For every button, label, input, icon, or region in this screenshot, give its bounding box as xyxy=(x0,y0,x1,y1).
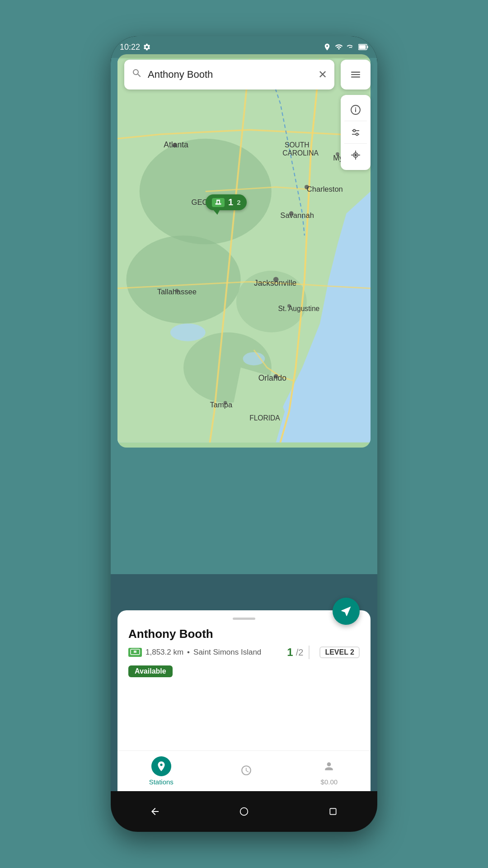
time-display: 10:22 xyxy=(120,42,140,52)
bottom-navigation: Stations $0.00 xyxy=(117,750,371,791)
svg-point-10 xyxy=(170,324,206,341)
map-svg: Charlotte Atlanta SOUTH CAROLINA Myrtle … xyxy=(117,54,371,448)
locate-button[interactable] xyxy=(344,144,367,166)
navigate-fab[interactable] xyxy=(333,598,360,625)
account-nav-label: $0.00 xyxy=(321,778,338,786)
map-marker[interactable]: 1 2 xyxy=(206,194,247,210)
svg-text:Atlanta: Atlanta xyxy=(164,140,188,149)
status-bar: 10:22 xyxy=(111,36,377,58)
total-count: /2 xyxy=(296,647,304,658)
divider xyxy=(309,646,310,659)
svg-rect-2 xyxy=(367,46,368,48)
svg-point-42 xyxy=(356,133,358,135)
station-name: Anthony Booth xyxy=(128,627,360,641)
marker-count: 1 xyxy=(228,197,233,208)
battery-icon xyxy=(358,44,368,50)
menu-button[interactable] xyxy=(341,60,371,90)
recent-apps-button[interactable] xyxy=(323,802,343,821)
wifi-icon xyxy=(335,43,343,51)
available-count: 1 xyxy=(287,646,293,659)
svg-text:Tampa: Tampa xyxy=(210,401,233,409)
stations-nav-icon xyxy=(151,756,171,776)
location-icon xyxy=(323,43,331,51)
svg-rect-49 xyxy=(217,201,219,203)
station-info-row: 1,853.2 km • Saint Simons Island 1 /2 LE… xyxy=(128,646,360,659)
nav-account[interactable]: $0.00 xyxy=(319,756,339,786)
clear-button[interactable]: ✕ xyxy=(318,68,327,81)
nav-stations[interactable]: Stations xyxy=(149,756,174,786)
svg-text:CAROLINA: CAROLINA xyxy=(282,149,319,157)
svg-point-11 xyxy=(243,352,265,365)
svg-point-5 xyxy=(140,139,272,245)
ev-network-icon xyxy=(128,648,142,657)
station-availability-count: 1 /2 LEVEL 2 xyxy=(287,646,360,659)
sheet-handle xyxy=(233,618,255,620)
availability-badge: Available xyxy=(128,665,360,677)
station-location: Saint Simons Island xyxy=(193,648,261,657)
search-icon xyxy=(131,68,142,81)
signal-icon xyxy=(347,43,355,51)
svg-text:FLORIDA: FLORIDA xyxy=(249,414,280,422)
svg-rect-1 xyxy=(359,45,366,49)
svg-text:Charleston: Charleston xyxy=(307,185,343,193)
svg-text:Jacksonville: Jacksonville xyxy=(254,278,296,288)
info-button[interactable] xyxy=(344,99,367,121)
account-nav-icon xyxy=(319,756,339,776)
back-button[interactable] xyxy=(145,802,165,821)
svg-text:Savannah: Savannah xyxy=(280,211,314,220)
android-navigation-bar xyxy=(111,791,377,832)
marker-total: 2 xyxy=(237,198,240,206)
svg-point-48 xyxy=(355,154,357,156)
marker-ev-icon xyxy=(212,198,225,207)
svg-text:Tallahassee: Tallahassee xyxy=(157,288,197,296)
filter-button[interactable] xyxy=(344,121,367,144)
station-meta: 1,853.2 km • Saint Simons Island xyxy=(128,648,261,657)
status-icons xyxy=(323,43,368,51)
svg-text:St. Augustine: St. Augustine xyxy=(278,305,319,312)
search-bar[interactable]: Anthony Booth ✕ xyxy=(124,60,334,90)
nav-dashboard[interactable] xyxy=(236,760,256,782)
station-distance: 1,853.2 km xyxy=(145,648,183,657)
level-badge: LEVEL 2 xyxy=(319,646,360,658)
svg-text:SOUTH: SOUTH xyxy=(285,141,310,149)
search-input[interactable]: Anthony Booth xyxy=(148,69,318,80)
svg-text:Orlando: Orlando xyxy=(258,373,286,382)
dot-separator: • xyxy=(187,648,190,657)
stations-nav-label: Stations xyxy=(149,778,174,786)
map-view[interactable]: Charlotte Atlanta SOUTH CAROLINA Myrtle … xyxy=(117,54,371,448)
settings-icon xyxy=(143,43,151,51)
dashboard-nav-icon xyxy=(236,760,256,780)
home-button[interactable] xyxy=(234,802,254,821)
status-time: 10:22 xyxy=(120,42,151,52)
svg-point-51 xyxy=(240,808,248,816)
map-controls xyxy=(341,95,371,170)
svg-point-41 xyxy=(353,129,356,132)
available-status: Available xyxy=(128,665,173,677)
svg-rect-52 xyxy=(330,808,336,814)
